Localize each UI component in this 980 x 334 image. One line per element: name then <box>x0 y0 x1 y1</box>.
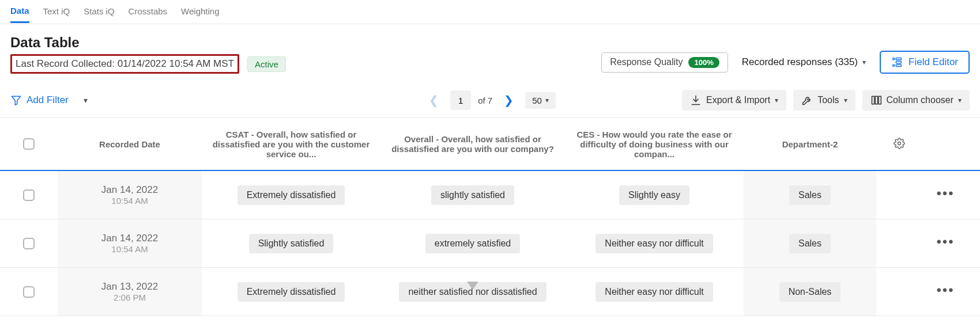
field-editor-label: Field Editor <box>909 56 958 68</box>
svg-rect-4 <box>896 64 901 66</box>
chevron-down-icon: ▾ <box>958 96 962 104</box>
row-checkbox[interactable] <box>23 238 35 249</box>
recorded-responses-label: Recorded responses (335) <box>742 56 858 68</box>
field-editor-button[interactable]: Field Editor <box>880 51 970 74</box>
svg-rect-7 <box>875 96 877 104</box>
wrench-icon <box>801 94 813 106</box>
chevron-down-icon: ▾ <box>775 96 778 104</box>
status-badge: Active <box>247 56 286 72</box>
data-table: Recorded Date CSAT - Overall, how satisf… <box>0 117 980 316</box>
nav-tab-textiq[interactable]: Text iQ <box>43 6 70 22</box>
column-chooser-label: Column chooser <box>887 95 954 105</box>
cell-department: Sales <box>789 185 831 205</box>
table-row[interactable]: Jan 14, 2022 10:54 AM Extremely dissatis… <box>0 171 980 219</box>
table-header-row: Recorded Date CSAT - Overall, how satisf… <box>0 118 980 171</box>
cell-ces: Neither easy nor difficult <box>595 234 713 253</box>
table-settings-gear-icon[interactable] <box>894 138 905 149</box>
download-icon <box>690 94 702 106</box>
cell-recorded-date: Jan 14, 2022 <box>101 184 158 196</box>
add-filter-label: Add Filter <box>27 94 69 106</box>
paginator: ❮ of 7 ❯ 50 ▾ <box>424 90 556 110</box>
row-checkbox[interactable] <box>23 189 35 201</box>
dropdown-caret-icon <box>467 282 478 290</box>
chevron-down-icon: ▾ <box>545 96 549 104</box>
field-editor-icon <box>891 56 903 68</box>
recorded-responses-dropdown[interactable]: Recorded responses (335) ▾ <box>742 56 866 68</box>
nav-tab-weighting[interactable]: Weighting <box>181 6 219 22</box>
col-header-ces[interactable]: CES - How would you rate the ease or dif… <box>565 130 744 159</box>
filter-icon <box>10 94 22 106</box>
row-actions-button[interactable]: ••• <box>936 282 954 298</box>
tools-button[interactable]: Tools ▾ <box>793 90 855 111</box>
col-header-csat[interactable]: CSAT - Overall, how satisfied or dissati… <box>202 130 380 159</box>
cell-recorded-time: 2:06 PM <box>114 293 146 302</box>
cell-overall: slightly satisfied <box>431 185 514 205</box>
filter-presets-dropdown[interactable]: ▾ <box>78 93 93 107</box>
cell-ces: Neither easy nor difficult <box>595 282 713 302</box>
svg-point-1 <box>893 64 895 66</box>
cell-recorded-date: Jan 13, 2022 <box>101 281 158 293</box>
svg-rect-2 <box>896 58 901 60</box>
svg-rect-6 <box>872 96 874 104</box>
chevron-down-icon: ▾ <box>844 96 847 104</box>
toolbar: Add Filter ▾ ❮ of 7 ❯ 50 ▾ Export & Impo… <box>0 74 980 117</box>
svg-rect-3 <box>896 61 901 63</box>
col-header-department[interactable]: Department-2 <box>744 118 876 170</box>
col-header-recorded-date[interactable]: Recorded Date <box>58 118 202 170</box>
page-size-dropdown[interactable]: 50 ▾ <box>525 92 556 109</box>
cell-ces: Slightly easy <box>619 185 689 205</box>
row-actions-button[interactable]: ••• <box>936 185 954 201</box>
col-header-overall[interactable]: Overall - Overall, how satisfied or diss… <box>380 134 565 154</box>
export-import-button[interactable]: Export & Import ▾ <box>682 90 786 111</box>
page-prev-button[interactable]: ❮ <box>424 91 443 109</box>
response-quality-button[interactable]: Response Quality 100% <box>601 52 728 73</box>
column-chooser-button[interactable]: Column chooser ▾ <box>862 90 970 111</box>
last-record-collected: Last Record Collected: 01/14/2022 10:54 … <box>10 54 239 74</box>
select-all-checkbox[interactable] <box>23 138 35 150</box>
page-title: Data Table <box>10 35 286 51</box>
response-quality-value: 100% <box>688 57 719 68</box>
export-import-label: Export & Import <box>706 95 770 105</box>
nav-tab-statsiq[interactable]: Stats iQ <box>84 6 114 22</box>
cell-overall: extremely satisfied <box>425 234 521 253</box>
cell-recorded-time: 10:54 AM <box>111 244 148 254</box>
cell-recorded-date: Jan 14, 2022 <box>101 233 158 244</box>
page-size-value: 50 <box>532 96 542 105</box>
cell-department: Non-Sales <box>779 282 841 302</box>
cell-csat: Slightly satisfied <box>249 234 334 253</box>
response-quality-label: Response Quality <box>610 57 683 67</box>
page-next-button[interactable]: ❯ <box>499 91 518 109</box>
page-of-label: of 7 <box>478 96 492 105</box>
svg-marker-5 <box>12 96 21 105</box>
svg-rect-8 <box>879 96 881 104</box>
svg-point-9 <box>898 142 901 145</box>
header-bar: Data Table Last Record Collected: 01/14/… <box>0 24 980 74</box>
page-input[interactable] <box>450 90 471 110</box>
row-checkbox[interactable] <box>23 286 35 298</box>
row-actions-button[interactable]: ••• <box>936 234 954 249</box>
add-filter-button[interactable]: Add Filter <box>10 94 69 106</box>
nav-tab-data[interactable]: Data <box>10 6 29 23</box>
nav-tab-crosstabs[interactable]: Crosstabs <box>129 6 168 22</box>
table-row[interactable]: Jan 13, 2022 2:06 PM Extremely dissatisf… <box>0 268 980 316</box>
columns-icon <box>870 94 882 106</box>
tools-label: Tools <box>817 95 839 105</box>
chevron-down-icon: ▾ <box>862 58 866 66</box>
cell-recorded-time: 10:54 AM <box>111 196 148 206</box>
cell-department: Sales <box>789 234 831 253</box>
cell-csat: Extremely dissatisfied <box>238 185 345 205</box>
svg-point-0 <box>893 58 895 60</box>
cell-csat: Extremely dissatisfied <box>238 282 345 302</box>
nav-tabs: Data Text iQ Stats iQ Crosstabs Weightin… <box>0 0 980 24</box>
table-row[interactable]: Jan 14, 2022 10:54 AM Slightly satisfied… <box>0 219 980 268</box>
